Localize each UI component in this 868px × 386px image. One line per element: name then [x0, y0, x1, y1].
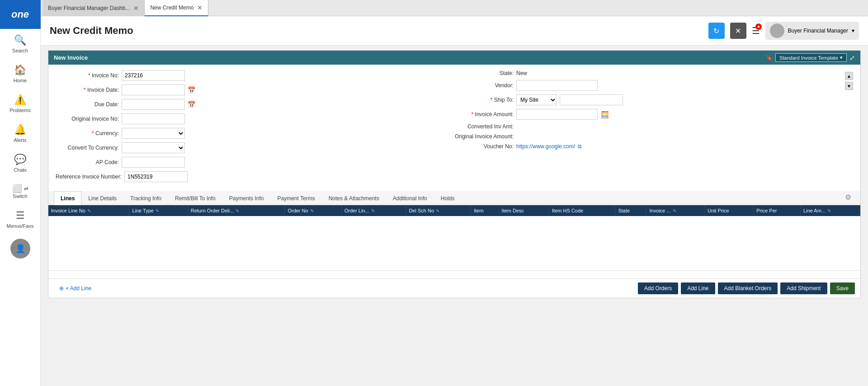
col-edit-icon-line-type[interactable]: ✎: [156, 208, 159, 213]
close-button[interactable]: ✕: [730, 23, 746, 39]
add-line-button[interactable]: Add Line: [681, 282, 715, 294]
plus-icon: ⊕: [59, 285, 64, 292]
calendar-icon-invoice-date[interactable]: 📅: [188, 86, 195, 94]
form-left-col: * Invoice No: * Invoice Date: 📅 Due Date…: [56, 70, 441, 186]
col-edit-icon-order-lin[interactable]: ✎: [371, 208, 375, 213]
col-edit-icon-line-amt[interactable]: ✎: [827, 208, 831, 213]
col-edit-icon-invoice-line-no[interactable]: ✎: [87, 208, 91, 213]
logo-text: one: [11, 9, 29, 20]
empty-table-cell: [48, 216, 860, 270]
sidebar-item-home[interactable]: 🏠 Home: [0, 59, 40, 89]
sidebar-label-problems: Problems: [9, 108, 30, 113]
table-settings-icon[interactable]: ⚙: [841, 191, 855, 205]
sidebar-item-switch[interactable]: ⬜⇌ Switch: [0, 178, 40, 204]
original-invoice-no-input[interactable]: [122, 113, 185, 124]
vendor-input[interactable]: [516, 80, 598, 91]
alerts-icon: 🔔: [14, 124, 26, 136]
ship-to-label: * Ship To:: [450, 97, 514, 103]
invoice-no-input[interactable]: [122, 70, 185, 81]
col-edit-icon-return-order[interactable]: ✎: [236, 208, 239, 213]
table-area: Invoice Line No ✎ Line Type ✎: [48, 205, 860, 270]
convert-to-currency-select[interactable]: [122, 142, 185, 153]
voucher-no-value[interactable]: https://www.google.com/: [516, 143, 575, 150]
sidebar-label-switch: Switch: [13, 193, 27, 199]
table-body: [48, 216, 860, 270]
template-label: Standard Invoice Template: [779, 55, 838, 61]
invoice-amount-input[interactable]: [516, 109, 598, 120]
user-dropdown[interactable]: Buyer Financial Manager ▾: [765, 22, 859, 40]
switch-icon: ⬜⇌: [12, 184, 28, 193]
original-invoice-amount-label: Original Invoice Amount:: [450, 133, 514, 140]
tab-new-credit-memo-close[interactable]: ✕: [197, 4, 203, 11]
expand-icon[interactable]: ⤢: [849, 54, 855, 61]
tab-additional-info[interactable]: Additional Info: [386, 191, 434, 205]
col-edit-icon-order-no[interactable]: ✎: [310, 208, 314, 213]
converted-inv-amt-row: Converted Inv Amt:: [450, 123, 836, 130]
save-button[interactable]: Save: [830, 282, 855, 294]
col-edit-icon-del-sch-no[interactable]: ✎: [436, 208, 439, 213]
user-avatar-sidebar[interactable]: 👤: [10, 239, 30, 259]
reference-invoice-number-label: Reference Invoice Number:: [56, 174, 122, 180]
home-icon: 🏠: [14, 64, 26, 76]
tab-line-details[interactable]: Line Details: [81, 191, 123, 205]
reference-invoice-number-input[interactable]: [124, 171, 188, 182]
due-date-input[interactable]: [122, 99, 185, 110]
add-orders-button[interactable]: Add Orders: [638, 282, 678, 294]
invoice-form: * Invoice No: * Invoice Date: 📅 Due Date…: [48, 65, 860, 191]
page-header: New Credit Memo ↻ ✕ ☰ ★ Buyer Financial …: [41, 16, 868, 46]
scroll-dummy: [54, 271, 325, 271]
sidebar-item-alerts[interactable]: 🔔 Alerts: [0, 118, 40, 148]
table-header-row: Invoice Line No ✎ Line Type ✎: [48, 205, 860, 216]
currency-select[interactable]: [122, 128, 185, 139]
tab-payment-terms[interactable]: Payment Terms: [271, 191, 322, 205]
col-edit-icon-invoice-qty[interactable]: ✎: [673, 208, 676, 213]
menu-button[interactable]: ☰ ★: [752, 25, 760, 36]
tab-lines[interactable]: Lines: [54, 191, 81, 205]
sidebar: one 🔍 Search 🏠 Home ⚠️ Problems 🔔 Alerts…: [0, 0, 41, 386]
ship-to-select[interactable]: My Site: [516, 94, 557, 105]
ap-code-label: AP Code:: [56, 159, 119, 165]
sidebar-item-menus[interactable]: ☰ Menus/Favs: [0, 204, 40, 234]
ship-to-detail-input[interactable]: [560, 94, 623, 105]
ap-code-input[interactable]: [122, 157, 185, 168]
tab-buyer-dashboard-close[interactable]: ✕: [133, 5, 139, 12]
calculator-icon[interactable]: 🧮: [600, 110, 609, 119]
inner-tab-bar: Lines Line Details Tracking Info Remit/B…: [48, 191, 860, 205]
search-icon: 🔍: [14, 34, 26, 46]
invoice-date-input[interactable]: [122, 85, 185, 95]
sidebar-item-search[interactable]: 🔍 Search: [0, 29, 40, 59]
external-link-icon[interactable]: ⧉: [578, 143, 582, 150]
add-blanket-orders-button[interactable]: Add Blanket Orders: [718, 282, 778, 294]
content-area: New Invoice 🔖 Standard Invoice Template …: [41, 46, 868, 386]
template-button[interactable]: Standard Invoice Template ▾: [775, 53, 847, 62]
add-line-link[interactable]: ⊕ + Add Line: [54, 283, 97, 293]
tab-remit-bill-to-info[interactable]: Remit/Bill To Info: [168, 191, 222, 205]
sidebar-item-problems[interactable]: ⚠️ Problems: [0, 89, 40, 118]
invoice-card: New Invoice 🔖 Standard Invoice Template …: [48, 50, 861, 298]
scroll-controls: ▲ ▼: [845, 70, 853, 186]
tab-holds[interactable]: Holds: [434, 191, 462, 205]
horizontal-scrollbar[interactable]: [48, 270, 860, 278]
notification-badge: ★: [755, 24, 762, 30]
invoice-section-title: New Invoice: [54, 54, 88, 61]
original-invoice-amount-row: Original Invoice Amount:: [450, 133, 836, 140]
scroll-down-button[interactable]: ▼: [845, 82, 853, 90]
scroll-up-button[interactable]: ▲: [845, 72, 853, 80]
refresh-button[interactable]: ↻: [708, 23, 725, 39]
vendor-row: Vendor:: [450, 80, 836, 91]
tab-payments-info[interactable]: Payments Info: [222, 191, 271, 205]
tab-buyer-dashboard-label: Buyer Financial Manager Dashb...: [48, 5, 130, 11]
app-logo[interactable]: one: [0, 0, 41, 29]
sidebar-item-chats[interactable]: 💬 Chats: [0, 148, 40, 178]
tab-notes-attachments[interactable]: Notes & Attachments: [322, 191, 386, 205]
form-right-col: State: New Vendor: * Ship To: My Site: [450, 70, 836, 186]
calendar-icon-due-date[interactable]: 📅: [188, 101, 195, 108]
tab-new-credit-memo[interactable]: New Credit Memo ✕: [145, 0, 208, 16]
tab-buyer-dashboard[interactable]: Buyer Financial Manager Dashb... ✕: [42, 0, 145, 16]
col-item-hs-code: Item HS Code: [549, 205, 615, 216]
tab-tracking-info[interactable]: Tracking Info: [123, 191, 168, 205]
add-shipment-button[interactable]: Add Shipment: [780, 282, 827, 294]
col-line-amt: Line Am... ✎: [801, 205, 860, 216]
sidebar-label-home: Home: [14, 78, 27, 83]
col-del-sch-no: Del Sch No ✎: [406, 205, 471, 216]
